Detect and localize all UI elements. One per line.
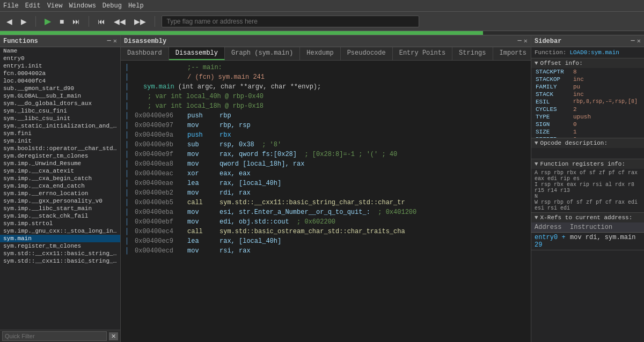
stop-button[interactable]: ■ — [57, 16, 66, 27]
panel-header-icons: — ✕ — [107, 37, 117, 45]
code-gutter: │ — [125, 111, 133, 121]
function-item-std-cxx11-2[interactable]: sym.std::__cxx11::basic_string_char_std:… — [0, 257, 120, 265]
tab-entry-points[interactable]: Entry Points — [393, 47, 452, 60]
prev-button[interactable]: ◀◀ — [112, 16, 128, 27]
function-item-gxx[interactable]: sym.imp.__gxx_personality_v0 — [0, 197, 120, 205]
offset-info-header[interactable]: ▼ Offset info: — [531, 58, 644, 68]
function-item-main[interactable]: sym.main — [0, 235, 120, 242]
function-item-stack-chk[interactable]: sym.imp.__stack_chk_fail — [0, 212, 120, 220]
offset-collapse-icon: ▼ — [535, 60, 538, 66]
function-item-boolstd[interactable]: sym.boolstd::operator__char_std::char_tr… — [0, 145, 120, 152]
code-gutter: │ — [125, 121, 133, 130]
tab-pseudocode[interactable]: Pseudocode — [341, 47, 393, 60]
forward-button[interactable]: ▶ — [19, 16, 29, 27]
opcode-desc-section: ▼ Opcode description: — [531, 138, 644, 159]
tab-hexdump[interactable]: Hexdump — [300, 47, 340, 60]
function-item-libc-start[interactable]: sym.imp.__libc_start_main — [0, 205, 120, 212]
function-item-unwind[interactable]: sym.imp._Unwind_Resume — [0, 160, 120, 167]
function-item-errno[interactable]: sym.imp.__errno_location — [0, 190, 120, 197]
prop-sign: SIGN0 — [531, 121, 644, 128]
code-line: │ ; var int local_18h @ rbp-0x18 — [121, 101, 531, 111]
function-item-static-init[interactable]: sym._static_initialization_and_destructi… — [0, 122, 120, 130]
disasm-minimize-icon[interactable]: — — [518, 37, 522, 45]
function-item-deregister[interactable]: sym.deregister_tm_clones — [0, 152, 120, 160]
function-item-cxa-begin[interactable]: sym.imp.__cxa_begin_catch — [0, 175, 120, 182]
code-addr: 0x00400ec4 — [135, 227, 183, 236]
code-operand: rax, [local_40h] — [219, 179, 281, 188]
menu-edit[interactable]: Edit — [25, 2, 41, 10]
code-comment: ; 0x602200 — [289, 217, 335, 227]
function-item-cxa-atexit[interactable]: sym.imp.__cxa_atexit — [0, 167, 120, 175]
function-item-csu-fini[interactable]: sym._libc_csu_fini — [0, 107, 120, 115]
function-item-cxa-end[interactable]: sym.imp.__cxa_end_catch — [0, 182, 120, 190]
prop-size: SIZE1 — [531, 128, 644, 136]
close-icon[interactable]: ✕ — [113, 37, 117, 45]
function-item-strtol[interactable]: sym.imp.strtol — [0, 220, 120, 227]
tab-graph[interactable]: Graph (sym.main) — [225, 47, 300, 60]
disasm-close-icon[interactable]: ✕ — [524, 37, 528, 45]
tab-imports[interactable]: Imports — [493, 47, 531, 60]
function-item-register-tm[interactable]: sym.register_tm_clones — [0, 242, 120, 250]
next-button[interactable]: ▶▶ — [132, 16, 148, 27]
code-instr: mov — [187, 121, 219, 130]
code-line: │ 0x00400ec9 lea rax, [local_40h] — [121, 236, 531, 246]
code-gutter: │ — [125, 82, 133, 92]
disassembly-panel: Disassembly — ✕ Dashboard Disassembly Gr… — [121, 35, 531, 342]
seek-button[interactable]: ⏮ — [96, 16, 107, 27]
code-addr: 0x00400eac — [135, 169, 183, 179]
func-regs-header[interactable]: ▼ Function registers info: — [531, 159, 644, 169]
function-item-entry1init[interactable]: entry1.init — [0, 62, 120, 70]
code-line: │ 0x00400eb5 call sym.std::__cxx11::basi… — [121, 198, 531, 207]
menu-bar: File Edit View Windows Debug Help — [0, 0, 644, 12]
code-gutter: │ — [125, 179, 133, 188]
function-item-csu-init[interactable]: sym.__libc_csu_init — [0, 115, 120, 122]
function-item-gnu-cxx[interactable]: sym.imp._gnu_cxx::_stoa_long_int_char_in… — [0, 227, 120, 235]
menu-view[interactable]: View — [47, 2, 63, 10]
function-item-init[interactable]: sym.init — [0, 137, 120, 145]
function-item-std-cxx11-1[interactable]: sym.std::__cxx11::basic_string_char_std:… — [0, 250, 120, 257]
offset-properties: STACKPTR8 STACKOPinc FAMILYpu STACKinc E… — [531, 68, 644, 138]
xrefs-row-0[interactable]: entry0 + 29 mov rdi, sym.main — [531, 233, 644, 250]
quick-filter-input[interactable] — [2, 331, 107, 341]
function-item-fcn0004002a[interactable]: fcn.0004002a — [0, 70, 120, 77]
menu-windows[interactable]: Windows — [69, 2, 96, 10]
tab-dashboard[interactable]: Dashboard — [121, 47, 169, 60]
function-item-loc00400fc4[interactable]: loc.00400fc4 — [0, 77, 120, 85]
tab-disassembly[interactable]: Disassembly — [169, 47, 225, 60]
function-item-entry0[interactable]: entry0 — [0, 55, 120, 62]
sidebar-minimize-icon[interactable]: — — [631, 37, 635, 45]
code-operand: edi, obj.std::cout — [219, 217, 289, 227]
code-addr: 0x00400eb5 — [135, 198, 183, 207]
xrefs-header[interactable]: ▼ X-Refs to current address: — [531, 213, 644, 222]
prop-esil: ESILrbp,8,rsp,-=,rsp,[8] — [531, 98, 644, 106]
flag-input[interactable] — [162, 16, 419, 27]
code-instr: lea — [187, 179, 219, 188]
function-item-global[interactable]: sym.GLOBAL__sub_I_main — [0, 92, 120, 100]
code-params: (int argc, char **argv, char **envp); — [174, 82, 321, 92]
menu-help[interactable]: Help — [128, 2, 144, 10]
function-item-fini[interactable]: sym.fini — [0, 130, 120, 137]
opcode-desc-header[interactable]: ▼ Opcode description: — [531, 138, 644, 148]
menu-debug[interactable]: Debug — [103, 2, 122, 10]
prop-refptr: REFPTR0 — [531, 136, 644, 138]
code-funcname: sym.main — [143, 82, 174, 92]
function-item-dtors[interactable]: sym.__do_global_dtors_aux — [0, 100, 120, 107]
xrefs-collapse-icon: ▼ — [535, 214, 538, 221]
back-button[interactable]: ◀ — [4, 16, 14, 27]
code-gutter: │ — [125, 92, 133, 101]
filter-clear-button[interactable]: ✕ — [109, 332, 118, 340]
prop-cycles: CYCLES2 — [531, 106, 644, 113]
code-gutter: │ — [125, 63, 133, 72]
minimize-icon[interactable]: — — [107, 37, 111, 45]
play-button[interactable]: ▶ — [42, 15, 53, 27]
disassembly-panel-header: Disassembly — ✕ — [121, 35, 531, 47]
tab-strings[interactable]: Strings — [452, 47, 493, 60]
step-over-button[interactable]: ⏭ — [70, 16, 82, 27]
sidebar-close-icon[interactable]: ✕ — [637, 37, 641, 45]
function-item-sub[interactable]: sub.__gmon_start_d90 — [0, 85, 120, 92]
code-var2: ; var int local_18h @ rbp-0x18 — [148, 101, 264, 111]
menu-file[interactable]: File — [3, 2, 19, 10]
code-comment: ;-- main: — [187, 63, 222, 72]
prop-type: TYPEupush — [531, 113, 644, 121]
code-addr: 0x00400eba — [135, 207, 183, 217]
